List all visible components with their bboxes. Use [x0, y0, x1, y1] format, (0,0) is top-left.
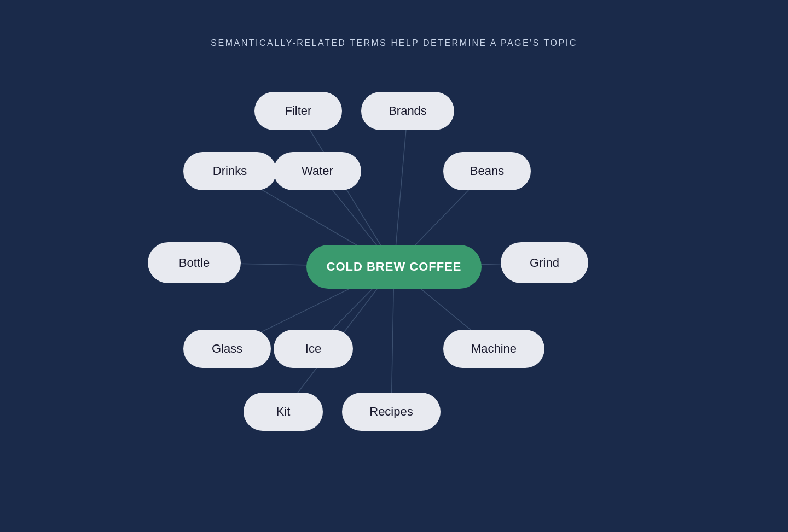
subtitle: SEMANTICALLY-RELATED TERMS HELP DETERMIN… — [211, 38, 577, 48]
node-recipes: Recipes — [342, 393, 441, 431]
svg-line-1 — [394, 111, 408, 267]
node-bottle: Bottle — [148, 242, 241, 283]
node-filter: Filter — [254, 92, 342, 130]
node-beans: Beans — [443, 152, 531, 190]
node-kit: Kit — [244, 393, 323, 431]
diagram-area: COLD BREW COFFEE FilterBrandsDrinksWater… — [148, 70, 640, 464]
center-node: COLD BREW COFFEE — [306, 245, 482, 289]
node-grind: Grind — [501, 242, 588, 283]
node-machine: Machine — [443, 330, 544, 368]
page-container: SEMANTICALLY-RELATED TERMS HELP DETERMIN… — [0, 0, 788, 532]
node-ice: Ice — [274, 330, 353, 368]
node-water: Water — [274, 152, 361, 190]
center-label: COLD BREW COFFEE — [327, 260, 462, 274]
node-brands: Brands — [361, 92, 454, 130]
node-drinks: Drinks — [183, 152, 276, 190]
node-glass: Glass — [183, 330, 271, 368]
